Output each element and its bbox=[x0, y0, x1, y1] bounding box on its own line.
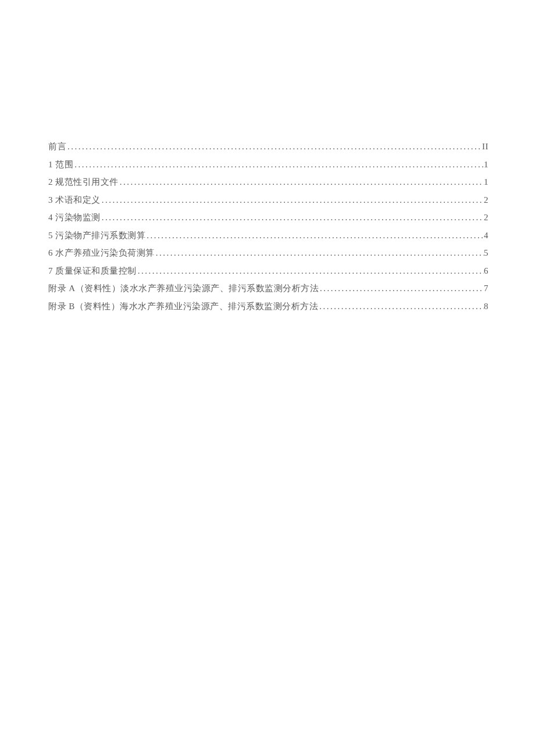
toc-page-number: 7 bbox=[484, 284, 488, 293]
toc-page-number: 2 bbox=[484, 213, 488, 222]
toc-title: 前言 bbox=[48, 142, 66, 151]
toc-page-number: 2 bbox=[484, 196, 488, 205]
toc-title: 3 术语和定义 bbox=[48, 196, 101, 205]
toc-leader-dots bbox=[73, 160, 484, 169]
toc-entry: 3 术语和定义 2 bbox=[48, 196, 488, 205]
toc-title: 1 范围 bbox=[48, 160, 73, 169]
toc-title: 附录 A（资料性）淡水水产养殖业污染源产、排污系数监测分析方法 bbox=[48, 284, 319, 293]
toc-entry: 附录 A（资料性）淡水水产养殖业污染源产、排污系数监测分析方法 7 bbox=[48, 284, 488, 293]
toc-title: 5 污染物产排污系数测算 bbox=[48, 231, 145, 240]
toc-entry: 6 水产养殖业污染负荷测算 5 bbox=[48, 249, 488, 257]
toc-page-number: 6 bbox=[484, 267, 488, 275]
toc-leader-dots bbox=[137, 267, 484, 275]
toc-leader-dots bbox=[119, 178, 484, 187]
toc-leader-dots bbox=[155, 249, 484, 257]
toc-entry: 1 范围 1 bbox=[48, 160, 488, 169]
toc-leader-dots bbox=[66, 142, 482, 151]
toc-page-number: 4 bbox=[484, 231, 488, 240]
toc-leader-dots bbox=[318, 302, 484, 311]
toc-entry: 7 质量保证和质量控制 6 bbox=[48, 267, 488, 275]
toc-leader-dots bbox=[101, 213, 484, 222]
toc-leader-dots bbox=[101, 196, 484, 205]
toc-page-number: 8 bbox=[484, 302, 488, 311]
toc-entry: 2 规范性引用文件 1 bbox=[48, 178, 488, 187]
toc-title: 4 污染物监测 bbox=[48, 213, 101, 222]
toc-leader-dots bbox=[319, 284, 484, 293]
toc-entry: 4 污染物监测 2 bbox=[48, 213, 488, 222]
toc-page-number: 1 bbox=[484, 178, 488, 187]
table-of-contents: 前言 II 1 范围 1 2 规范性引用文件 1 3 术语和定义 2 4 污染物… bbox=[48, 142, 488, 311]
toc-entry: 附录 B（资料性）海水水产养殖业污染源产、排污系数监测分析方法 8 bbox=[48, 302, 488, 311]
toc-title: 附录 B（资料性）海水水产养殖业污染源产、排污系数监测分析方法 bbox=[48, 302, 318, 311]
toc-entry: 5 污染物产排污系数测算 4 bbox=[48, 231, 488, 240]
toc-title: 6 水产养殖业污染负荷测算 bbox=[48, 249, 155, 257]
toc-leader-dots bbox=[145, 231, 484, 240]
toc-title: 7 质量保证和质量控制 bbox=[48, 267, 137, 275]
toc-page-number: II bbox=[482, 142, 488, 151]
toc-title: 2 规范性引用文件 bbox=[48, 178, 119, 187]
toc-entry: 前言 II bbox=[48, 142, 488, 151]
toc-page-number: 1 bbox=[484, 160, 488, 169]
toc-page-number: 5 bbox=[484, 249, 488, 257]
